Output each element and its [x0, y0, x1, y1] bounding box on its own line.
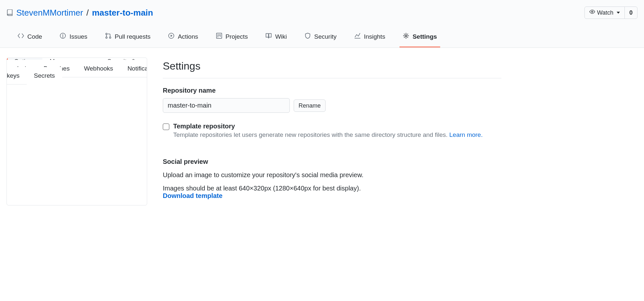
social-preview-text-2: Images should be at least 640×320px (128…: [163, 185, 501, 200]
template-repo-description: Template repositories let users generate…: [173, 131, 483, 138]
svg-point-0: [591, 11, 593, 13]
tab-label: Security: [314, 33, 337, 40]
graph-icon: [354, 33, 361, 41]
sidebar-item-webhooks[interactable]: Webhooks: [77, 60, 120, 77]
sidebar-item-notifications[interactable]: Notifications: [120, 60, 147, 77]
repo-name-input[interactable]: [163, 98, 290, 113]
page-title: Settings: [163, 60, 501, 72]
issue-icon: [60, 33, 66, 41]
watch-count[interactable]: 0: [624, 7, 637, 19]
caret-down-icon: [617, 12, 620, 14]
repo-title: StevenMMortimer / master-to-main: [7, 8, 153, 18]
social-preview-text-1: Upload an image to customize your reposi…: [163, 171, 501, 179]
tab-label: Actions: [178, 33, 198, 40]
repo-owner-link[interactable]: StevenMMortimer: [16, 8, 83, 18]
tab-label: Pull requests: [115, 33, 150, 40]
repo-tabs: CodeIssuesPull requestsActionsProjectsWi…: [7, 29, 637, 47]
tab-code[interactable]: Code: [14, 29, 45, 47]
project-icon: [216, 33, 222, 41]
tab-issues[interactable]: Issues: [56, 29, 91, 47]
tab-label: Insights: [364, 33, 385, 40]
repo-icon: [7, 9, 13, 16]
repo-name-row: Rename: [163, 98, 501, 113]
repo-header: StevenMMortimer / master-to-main Watch 0…: [0, 0, 644, 48]
tab-security[interactable]: Security: [301, 29, 340, 47]
git-pull-request-icon: [105, 33, 111, 41]
tab-label: Settings: [413, 33, 437, 40]
book-icon: [265, 33, 272, 41]
template-repo-checkbox[interactable]: [163, 124, 169, 130]
play-icon: [168, 33, 175, 41]
svg-marker-9: [171, 34, 173, 37]
repo-name-link[interactable]: master-to-main: [92, 8, 153, 18]
tab-actions[interactable]: Actions: [165, 29, 201, 47]
settings-main: Settings Repository name Rename Template…: [163, 58, 501, 205]
settings-side-menu: OptionsManage accessSecurity & analysisB…: [7, 58, 147, 205]
eye-icon: [589, 9, 595, 17]
download-template-link[interactable]: Download template: [163, 192, 222, 199]
sidebar-item-secrets[interactable]: Secrets: [27, 67, 62, 84]
repo-separator: /: [86, 8, 89, 18]
shield-icon: [304, 33, 311, 41]
tab-insights[interactable]: Insights: [351, 29, 388, 47]
tab-settings[interactable]: Settings: [399, 29, 440, 47]
template-repo-content: Template repository Template repositorie…: [173, 123, 483, 138]
tab-label: Wiki: [275, 33, 287, 40]
watch-label: Watch: [597, 9, 613, 17]
watch-button-group: Watch 0: [584, 7, 637, 19]
tab-pull-requests[interactable]: Pull requests: [102, 29, 154, 47]
svg-point-15: [405, 35, 407, 37]
repo-name-label: Repository name: [163, 87, 501, 94]
tab-wiki[interactable]: Wiki: [262, 29, 290, 47]
tab-projects[interactable]: Projects: [213, 29, 251, 47]
tab-label: Projects: [226, 33, 248, 40]
svg-point-7: [109, 37, 111, 38]
svg-point-3: [63, 37, 63, 37]
tab-label: Code: [27, 33, 42, 40]
tab-label: Issues: [69, 33, 87, 40]
rename-button[interactable]: Rename: [294, 99, 326, 112]
code-icon: [18, 33, 24, 41]
settings-container: OptionsManage accessSecurity & analysisB…: [0, 48, 508, 215]
watch-button[interactable]: Watch: [584, 7, 625, 19]
template-repo-row: Template repository Template repositorie…: [163, 123, 501, 138]
repo-title-row: StevenMMortimer / master-to-main Watch 0: [7, 7, 637, 29]
gear-icon: [403, 33, 409, 41]
divider: [163, 78, 501, 78]
social-preview-heading: Social preview: [163, 158, 501, 165]
learn-more-link[interactable]: Learn more.: [449, 131, 483, 138]
header-actions: Watch 0: [584, 7, 637, 19]
template-repo-label: Template repository: [173, 123, 483, 130]
